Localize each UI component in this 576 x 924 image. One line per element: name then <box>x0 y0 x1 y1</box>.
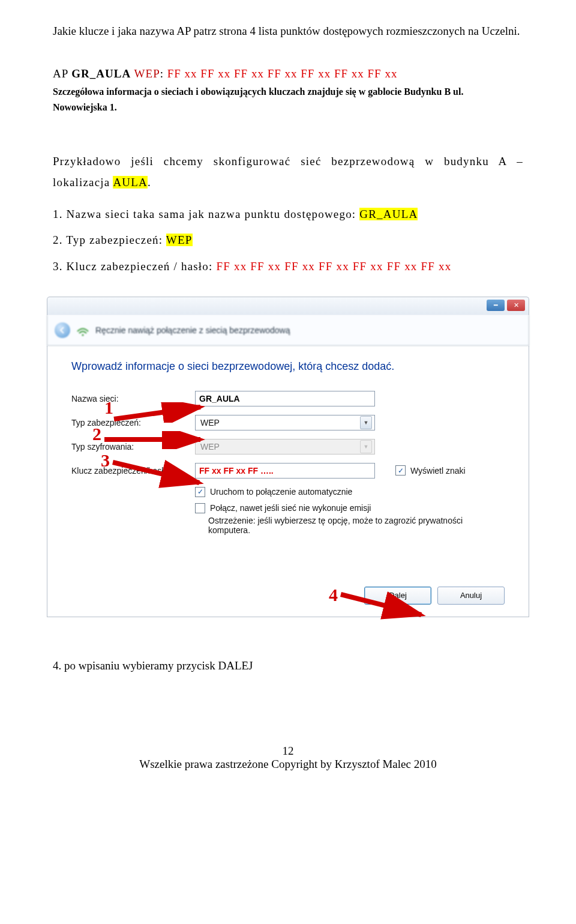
row-encryption-type: Typ szyfrowania: WEP ▼ <box>71 439 505 454</box>
checkbox-auto-start-row: ✓ Uruchom to połączenie automatycznie <box>195 487 505 497</box>
next-button[interactable]: Dalej <box>364 587 431 605</box>
window-titlebar: ━ ✕ <box>47 297 529 315</box>
window-minimize-icon[interactable]: ━ <box>487 300 505 311</box>
row-security-type: Typ zabezpieczeń: WEP ▼ <box>71 415 505 430</box>
screenshot-window: ━ ✕ Ręcznie nawiąż połączenie z siecią b… <box>47 297 529 617</box>
label-connect-hidden: Połącz, nawet jeśli sieć nie wykonuje em… <box>210 503 371 513</box>
checkbox-auto-start[interactable]: ✓ <box>195 487 205 497</box>
label-ssid: Nazwa sieci: <box>71 394 195 403</box>
li1-highlight: GR_AULA <box>359 208 418 220</box>
dialog-title: Wprowadź informacje o sieci bezprzewodow… <box>71 360 505 373</box>
checkbox-show-chars[interactable]: ✓ <box>395 465 406 476</box>
row-ssid: Nazwa sieci: GR_AULA <box>71 391 505 406</box>
warning-text: Ostrzeżenie: jeśli wybierzesz tę opcję, … <box>208 516 505 535</box>
list-item-3: 3. Klucz zabezpieczeń / hasło: FF xx FF … <box>53 253 523 280</box>
ap-key-value: FF xx FF xx FF xx FF xx FF xx FF xx FF x… <box>167 67 398 80</box>
chevron-down-icon[interactable]: ▼ <box>360 416 372 429</box>
dialog-button-bar: Dalej Anuluj <box>71 587 505 605</box>
checkbox-show-chars-row: ✓ Wyświetl znaki <box>395 465 466 476</box>
cancel-button[interactable]: Anuluj <box>437 587 505 605</box>
label-show-chars: Wyświetl znaki <box>410 466 466 476</box>
step-4-text: 4. po wpisaniu wybieramy przycisk DALEJ <box>53 659 523 672</box>
list-item-2: 2. Typ zabezpieczeń: WEP <box>53 227 523 253</box>
row-security-key: Klucz zabezpieczeń/hasł FF xx FF xx FF …… <box>71 463 505 479</box>
dialog-content: Wprowadź informacje o sieci bezprzewodow… <box>47 346 529 617</box>
page-number: 12 <box>53 744 523 758</box>
numbered-list: 1. Nazwa sieci taka sama jak nazwa punkt… <box>53 201 523 280</box>
copyright-text: Wszelkie prawa zastrzeżone Copyright by … <box>53 758 523 771</box>
svg-point-0 <box>82 334 83 336</box>
li1-text: 1. Nazwa sieci taka sama jak nazwa punkt… <box>53 208 359 220</box>
input-security-key[interactable]: FF xx FF xx FF ….. <box>195 463 375 479</box>
combo-security-type[interactable]: WEP ▼ <box>195 415 375 430</box>
chevron-down-icon: ▼ <box>360 440 372 453</box>
example-post: . <box>148 176 151 189</box>
combo-encryption-type: WEP ▼ <box>195 439 375 454</box>
ap-colon: : <box>160 67 167 80</box>
back-button-icon[interactable] <box>55 322 70 338</box>
label-security-type: Typ zabezpieczeń: <box>71 418 195 427</box>
combo-security-value: WEP <box>200 418 220 427</box>
example-paragraph: Przykładowo jeśli chcemy skonfigurować s… <box>53 151 523 192</box>
page-footer: 12 Wszelkie prawa zastrzeżone Copyright … <box>53 744 523 771</box>
intro-paragraph: Jakie klucze i jaka nazywa AP patrz stro… <box>53 23 523 40</box>
ap-wep-label: WEP <box>131 67 160 80</box>
li3-text: 3. Klucz zabezpieczeń / hasło: <box>53 260 216 273</box>
detail-line-1: Szczegółowa informacja o sieciach i obow… <box>53 85 523 98</box>
ap-key-line: AP GR_AULA WEP: FF xx FF xx FF xx FF xx … <box>53 67 523 80</box>
wifi-icon <box>76 324 89 337</box>
ap-name: GR_AULA <box>71 67 131 80</box>
label-encryption-type: Typ szyfrowania: <box>71 442 195 451</box>
li3-key: FF xx FF xx FF xx FF xx FF xx FF xx FF x… <box>216 260 451 273</box>
li2-text: 2. Typ zabezpieczeń: <box>53 234 166 246</box>
list-item-1: 1. Nazwa sieci taka sama jak nazwa punkt… <box>53 201 523 228</box>
example-highlight: AULA <box>113 176 148 189</box>
li2-highlight: WEP <box>166 234 193 246</box>
checkbox-connect-hidden[interactable] <box>195 503 205 513</box>
checkbox-connect-hidden-row: Połącz, nawet jeśli sieć nie wykonuje em… <box>195 503 505 513</box>
breadcrumb-bar: Ręcznie nawiąż połączenie z siecią bezpr… <box>47 315 529 346</box>
label-auto-start: Uruchom to połączenie automatycznie <box>210 487 352 497</box>
label-security-key: Klucz zabezpieczeń/hasł <box>71 466 195 476</box>
combo-encryption-value: WEP <box>200 442 220 451</box>
ap-prefix: AP <box>53 67 71 80</box>
window-close-icon[interactable]: ✕ <box>507 300 525 311</box>
detail-line-2: Nowowiejska 1. <box>53 101 523 114</box>
breadcrumb-text: Ręcznie nawiąż połączenie z siecią bezpr… <box>95 325 290 335</box>
input-ssid[interactable]: GR_AULA <box>195 391 375 406</box>
